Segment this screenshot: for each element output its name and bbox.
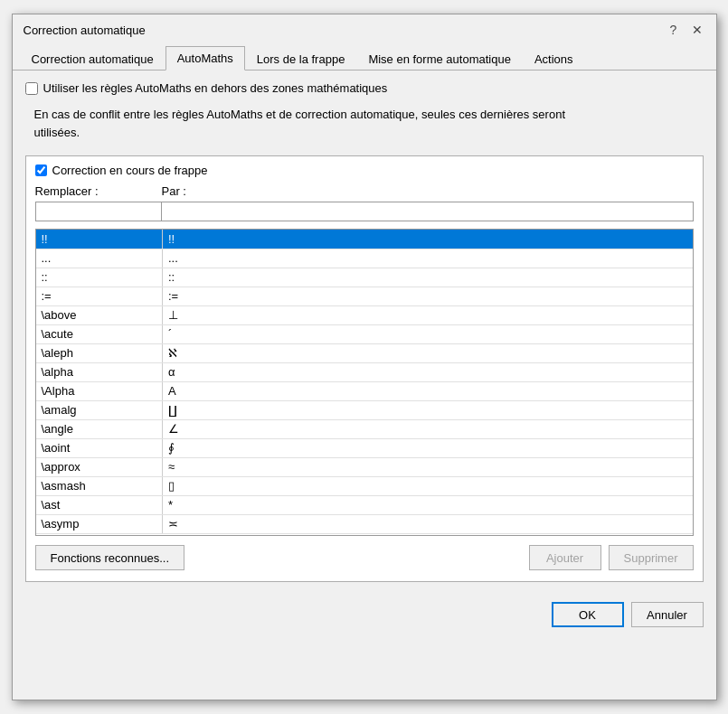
replace-cell: \asmash bbox=[36, 476, 163, 495]
par-cell: ∐ bbox=[163, 400, 693, 419]
dialog-footer: OK Annuler bbox=[13, 593, 716, 636]
replace-cell: \asymp bbox=[36, 514, 163, 533]
replace-cell: \Alpha bbox=[36, 381, 163, 400]
close-button[interactable]: ✕ bbox=[687, 20, 707, 40]
replace-cell: \acute bbox=[36, 324, 163, 343]
checkbox-utiliser-regles[interactable] bbox=[25, 82, 38, 95]
table-row[interactable]: \approx≈ bbox=[36, 457, 693, 476]
table-row[interactable]: \alephℵ bbox=[36, 343, 693, 362]
title-bar-controls: ? ✕ bbox=[664, 20, 707, 40]
par-input[interactable] bbox=[162, 202, 694, 221]
par-cell: ... bbox=[163, 249, 693, 268]
tab-mise-en-forme-automatique[interactable]: Mise en forme automatique bbox=[356, 46, 523, 70]
table-container: !!!!......:::::=:=\above⊥\acute´\alephℵ\… bbox=[35, 229, 694, 536]
annuler-button[interactable]: Annuler bbox=[631, 602, 704, 627]
table-row[interactable]: \asymp≍ bbox=[36, 514, 693, 533]
par-cell: ℵ bbox=[163, 343, 693, 362]
table-row[interactable]: \amalg∐ bbox=[36, 400, 693, 419]
par-cell: A bbox=[163, 381, 693, 400]
par-cell: ∠ bbox=[163, 419, 693, 438]
info-text-line1: En cas de conflit entre les règles AutoM… bbox=[34, 106, 698, 124]
checkbox1-row: Utiliser les règles AutoMaths en dehors … bbox=[25, 81, 704, 95]
replace-cell: := bbox=[36, 287, 163, 305]
table-row[interactable]: \aoint∮ bbox=[36, 438, 693, 457]
par-cell: !! bbox=[163, 230, 693, 249]
replace-cell: \approx bbox=[36, 457, 163, 476]
input-row bbox=[35, 202, 694, 221]
checkbox-correction-frappe[interactable] bbox=[35, 164, 47, 176]
table-scroll[interactable]: !!!!......:::::=:=\above⊥\acute´\alephℵ\… bbox=[36, 230, 693, 535]
replace-cell: \angle bbox=[36, 419, 163, 438]
checkbox2-row: Correction en cours de frappe bbox=[35, 164, 694, 177]
info-text-line2: utilisées. bbox=[34, 124, 698, 142]
par-cell: ⊥ bbox=[163, 305, 693, 324]
table-row[interactable]: \AlphaA bbox=[36, 381, 693, 400]
par-cell: α bbox=[163, 362, 693, 381]
par-cell: ▯ bbox=[163, 476, 693, 495]
checkbox2-label[interactable]: Correction en cours de frappe bbox=[52, 164, 208, 177]
table-row[interactable]: :=:= bbox=[36, 287, 693, 305]
tabs-container: Correction automatique AutoMaths Lors de… bbox=[13, 45, 716, 70]
replace-header: Remplacer : Par : bbox=[35, 184, 694, 198]
replace-column-header: Remplacer : bbox=[35, 184, 162, 198]
tab-actions[interactable]: Actions bbox=[523, 46, 585, 70]
info-box: En cas de conflit entre les règles AutoM… bbox=[29, 102, 704, 145]
replace-cell: !! bbox=[36, 230, 163, 249]
table-row[interactable]: :::: bbox=[36, 268, 693, 287]
replace-cell: \ast bbox=[36, 495, 163, 514]
replace-cell: :: bbox=[36, 268, 163, 287]
table-row[interactable]: \angle∠ bbox=[36, 419, 693, 438]
replace-cell: \aoint bbox=[36, 438, 163, 457]
replace-cell: \above bbox=[36, 305, 163, 324]
checkbox1-label[interactable]: Utiliser les règles AutoMaths en dehors … bbox=[43, 81, 388, 95]
section-box: Correction en cours de frappe Remplacer … bbox=[25, 155, 704, 582]
par-cell: ≈ bbox=[163, 457, 693, 476]
table-row[interactable]: \alphaα bbox=[36, 362, 693, 381]
right-buttons: Ajouter Supprimer bbox=[529, 545, 694, 570]
par-cell: * bbox=[163, 495, 693, 514]
automaths-table: !!!!......:::::=:=\above⊥\acute´\alephℵ\… bbox=[36, 230, 693, 534]
content-area: Utiliser les règles AutoMaths en dehors … bbox=[13, 70, 716, 593]
replace-cell: \aleph bbox=[36, 343, 163, 362]
tab-lors-de-la-frappe[interactable]: Lors de la frappe bbox=[245, 46, 357, 70]
table-row[interactable]: \asmash▯ bbox=[36, 476, 693, 495]
ok-button[interactable]: OK bbox=[552, 602, 624, 627]
par-cell: := bbox=[163, 287, 693, 305]
dialog-title: Correction automatique bbox=[24, 23, 146, 37]
table-row[interactable]: ...... bbox=[36, 249, 693, 268]
par-cell: ´ bbox=[163, 324, 693, 343]
dialog-correction-automatique: Correction automatique ? ✕ Correction au… bbox=[12, 14, 717, 700]
replace-cell: \alpha bbox=[36, 362, 163, 381]
par-cell: ∮ bbox=[163, 438, 693, 457]
ajouter-button[interactable]: Ajouter bbox=[529, 545, 601, 570]
par-cell: ≍ bbox=[163, 514, 693, 533]
tab-automaths[interactable]: AutoMaths bbox=[165, 46, 245, 70]
supprimer-button[interactable]: Supprimer bbox=[609, 545, 694, 570]
replace-cell: \amalg bbox=[36, 400, 163, 419]
bottom-buttons-row: Fonctions reconnues... Ajouter Supprimer bbox=[35, 545, 694, 570]
fonctions-reconnues-button[interactable]: Fonctions reconnues... bbox=[35, 545, 185, 570]
table-row[interactable]: \ast* bbox=[36, 495, 693, 514]
tab-correction-automatique[interactable]: Correction automatique bbox=[20, 46, 165, 70]
replace-input[interactable] bbox=[35, 202, 162, 221]
table-row[interactable]: \above⊥ bbox=[36, 305, 693, 324]
table-row[interactable]: !!!! bbox=[36, 230, 693, 249]
title-bar: Correction automatique ? ✕ bbox=[13, 14, 716, 43]
help-button[interactable]: ? bbox=[664, 20, 684, 40]
par-cell: :: bbox=[163, 268, 693, 287]
replace-cell: ... bbox=[36, 249, 163, 268]
table-row[interactable]: \acute´ bbox=[36, 324, 693, 343]
par-column-header: Par : bbox=[162, 184, 186, 198]
